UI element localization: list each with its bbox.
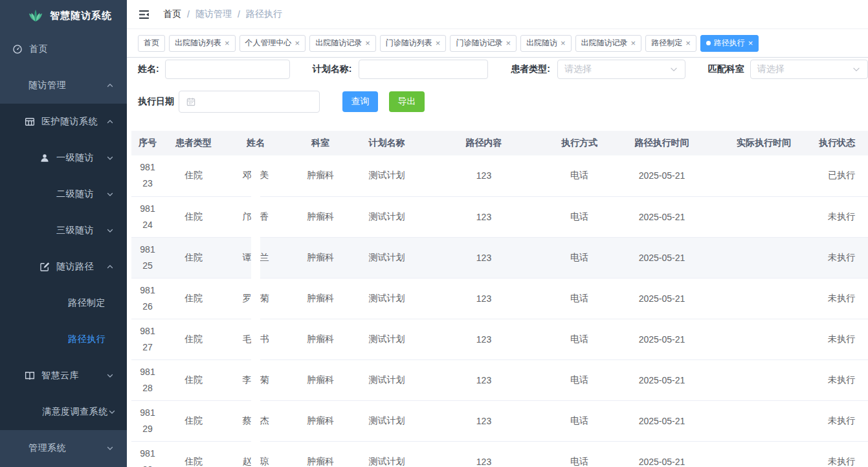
cell-exec-status: 未执行 (816, 359, 868, 400)
tab-close-icon[interactable]: × (506, 39, 511, 47)
name-input[interactable] (165, 60, 290, 79)
cell-name: 邓美 (223, 155, 288, 196)
cell-dept: 肿瘤科 (288, 278, 353, 319)
app-root: 智慧随访系统 首页随访管理医护随访系统一级随访二级随访三级随访随访路径路径制定路… (0, 0, 868, 467)
sidebar-item-home[interactable]: 首页 (0, 31, 127, 67)
tab-label: 路径制定 (651, 38, 682, 49)
sidebar-item-path-create[interactable]: 路径制定 (0, 285, 127, 321)
cell-plan-exec-time: 2025-05-21 (612, 278, 712, 319)
column-header: 患者类型 (164, 131, 223, 155)
patient-name-first: 赵 (243, 456, 252, 466)
tab-出院随访列表[interactable]: 出院随访列表× (169, 35, 236, 52)
main-area: 首页/随访管理/路径执行 首页出院随访列表×个人管理中心×出院随访记录×门诊随访… (127, 0, 868, 467)
chevron-up-icon (106, 118, 114, 126)
table-row[interactable]: 98128住院李菊肿瘤科测试计划123电话2025-05-21未执行 (131, 359, 868, 400)
table-row[interactable]: 98125住院谭兰肿瘤科测试计划123电话2025-05-21未执行 (131, 237, 868, 278)
exec-date-input[interactable] (179, 91, 320, 113)
sidebar-item-smart-cloud[interactable]: 智慧云库 (0, 358, 127, 394)
tab-close-icon[interactable]: × (225, 39, 230, 47)
filter-row-2: 执行日期 查询 导出 (138, 91, 868, 113)
cell-patient-type: 住院 (164, 278, 223, 319)
tab-门诊随访记录[interactable]: 门诊随访记录× (450, 35, 517, 52)
tab-label: 首页 (144, 38, 159, 49)
breadcrumb-item[interactable]: 首页 (163, 8, 181, 20)
sidebar-item-level3-follow[interactable]: 三级随访 (0, 212, 127, 249)
tab-label: 出院随访 (526, 38, 557, 49)
search-button[interactable]: 查询 (342, 91, 378, 112)
cell-exec-status: 未执行 (816, 400, 868, 441)
cell-seq: 98123 (131, 155, 164, 196)
cell-patient-type: 住院 (164, 359, 223, 400)
sidebar-item-level1-follow[interactable]: 一级随访 (0, 140, 127, 176)
cell-path-content: 123 (421, 319, 547, 359)
chevron-down-icon (669, 65, 678, 74)
tab-出院随访记录[interactable]: 出院随访记录× (575, 35, 642, 52)
table-row[interactable]: 98129住院蔡杰肿瘤科测试计划123电话2025-05-21未执行 (131, 400, 868, 441)
tab-出院随访记录[interactable]: 出院随访记录× (309, 35, 376, 52)
calendar-icon (186, 97, 196, 107)
tab-路径执行[interactable]: 路径执行× (700, 35, 759, 52)
match-dept-select[interactable]: 请选择 (750, 60, 868, 79)
tab-出院随访[interactable]: 出院随访× (520, 35, 572, 52)
sidebar-item-follow-management[interactable]: 随访管理 (0, 67, 127, 104)
cell-actual-exec-time (712, 359, 816, 400)
column-header: 姓名 (223, 131, 288, 155)
tab-门诊随访列表[interactable]: 门诊随访列表× (380, 35, 447, 52)
patient-name-first: 蔡 (243, 415, 252, 426)
cell-seq: 98129 (131, 400, 164, 441)
export-button[interactable]: 导出 (389, 91, 425, 112)
sidebar-item-label: 医护随访系统 (41, 116, 98, 128)
sidebar-item-label: 路径执行 (68, 334, 106, 345)
table-row[interactable]: 98123住院邓美肿瘤科测试计划123电话2025-05-21已执行 (131, 155, 868, 196)
cell-plan-exec-time: 2025-05-21 (612, 441, 712, 467)
sidebar-fold-icon[interactable] (138, 8, 150, 21)
tab-首页[interactable]: 首页 (138, 35, 165, 52)
table-row[interactable]: 98127住院毛书肿瘤科测试计划123电话2025-05-21未执行 (131, 319, 868, 359)
tab-close-icon[interactable]: × (685, 39, 691, 47)
plan-name-input[interactable] (359, 60, 488, 79)
cell-exec-status: 未执行 (816, 196, 868, 237)
app-logo: 智慧随访系统 (0, 0, 127, 31)
sidebar-item-level2-follow[interactable]: 二级随访 (0, 176, 127, 212)
tab-close-icon[interactable]: × (561, 39, 566, 47)
sidebar-item-path-execute[interactable]: 路径执行 (0, 321, 127, 358)
sidebar-item-admin-system[interactable]: 管理系统 (0, 430, 127, 466)
tab-close-icon[interactable]: × (436, 39, 441, 47)
patient-name-last: 书 (260, 334, 269, 344)
results-table: 序号患者类型姓名科室计划名称路径内容执行方式路径执行时间实际执行时间执行状态 9… (131, 131, 868, 467)
tab-路径制定[interactable]: 路径制定× (645, 35, 696, 52)
tab-label: 出院随访列表 (175, 38, 221, 49)
sidebar-item-label: 满意度调查系统 (42, 406, 108, 418)
tab-label: 路径执行 (714, 38, 745, 49)
cell-dept: 肿瘤科 (288, 237, 353, 278)
tab-个人管理中心[interactable]: 个人管理中心× (239, 35, 306, 52)
column-header: 科室 (288, 131, 353, 155)
tab-close-icon[interactable]: × (748, 39, 753, 47)
cell-actual-exec-time (712, 196, 816, 237)
patient-name-last: 美 (260, 170, 269, 180)
cell-patient-type: 住院 (164, 237, 223, 278)
table-row[interactable]: 98124住院邝香肿瘤科测试计划123电话2025-05-21未执行 (131, 196, 868, 237)
cell-dept: 肿瘤科 (288, 155, 353, 196)
sidebar-item-satisfaction-survey[interactable]: 满意度调查系统 (0, 394, 127, 430)
match-dept-placeholder: 请选择 (757, 63, 852, 75)
table-row[interactable]: 98130住院赵琼肿瘤科测试计划123电话2025-05-21未执行 (131, 441, 868, 467)
cell-path-content: 123 (421, 278, 547, 319)
sidebar-item-label: 路径制定 (68, 297, 106, 309)
sidebar-item-label: 首页 (29, 43, 48, 55)
sidebar-item-follow-path[interactable]: 随访路径 (0, 249, 127, 285)
sidebar-item-medical-follow-system[interactable]: 医护随访系统 (0, 104, 127, 140)
patient-name-first: 罗 (243, 293, 252, 303)
tab-close-icon[interactable]: × (631, 39, 636, 47)
book-icon (24, 370, 36, 382)
breadcrumb-item[interactable]: 随访管理 (195, 8, 232, 20)
cell-name: 罗菊 (223, 278, 288, 319)
patient-type-select[interactable]: 请选择 (557, 60, 685, 79)
tab-bar: 首页出院随访列表×个人管理中心×出院随访记录×门诊随访列表×门诊随访记录×出院随… (127, 29, 868, 58)
table-row[interactable]: 98126住院罗菊肿瘤科测试计划123电话2025-05-21未执行 (131, 278, 868, 319)
top-navbar: 首页/随访管理/路径执行 (127, 0, 868, 29)
cell-dept: 肿瘤科 (288, 441, 353, 467)
tab-close-icon[interactable]: × (365, 39, 370, 47)
cell-path-content: 123 (421, 196, 547, 237)
tab-close-icon[interactable]: × (295, 39, 300, 47)
